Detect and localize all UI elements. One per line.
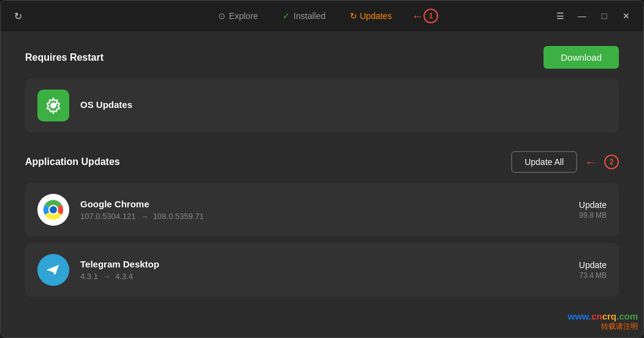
- telegram-update-label: Update: [579, 260, 607, 270]
- tab-updates-label: Updates: [360, 11, 392, 21]
- google-chrome-item: Google Chrome 107.0.5304.121 → 108.0.535…: [25, 183, 619, 237]
- titlebar-tabs: ⊙ Explore ✓ Installed ↻ Updates ← 1: [206, 6, 439, 26]
- application-updates-section: Application Updates Update All ← 2: [25, 151, 619, 297]
- minimize-button[interactable]: —: [572, 6, 592, 26]
- requires-restart-header: Requires Restart Download: [25, 46, 619, 69]
- explore-icon: ⊙: [218, 11, 225, 21]
- telegram-version-from: 4.3.1: [80, 272, 98, 281]
- annotation-circle-1: 1: [423, 9, 438, 23]
- menu-icon: ☰: [556, 11, 564, 21]
- updates-icon: ↻: [350, 11, 357, 21]
- annotation-arrow-1: ←: [411, 9, 423, 23]
- os-update-svg: [44, 96, 63, 115]
- requires-restart-title: Requires Restart: [25, 52, 104, 63]
- close-icon: ✕: [623, 11, 630, 21]
- download-button[interactable]: Download: [544, 46, 619, 69]
- update-all-button[interactable]: Update All: [511, 151, 577, 173]
- refresh-icon: ↻: [14, 10, 22, 22]
- titlebar-right: ☰ — □ ✕: [550, 6, 636, 26]
- maximize-icon: □: [602, 11, 607, 21]
- chrome-icon: [37, 194, 69, 226]
- chrome-version: 107.0.5304.121 → 108.0.5359.71: [80, 212, 568, 221]
- annotation-circle-2: 2: [604, 155, 619, 169]
- chrome-update-label: Update: [579, 200, 607, 210]
- requires-restart-section: Requires Restart Download OS Updates: [25, 46, 619, 133]
- content-area: Requires Restart Download OS Updates: [1, 31, 643, 337]
- version-arrow-2: →: [103, 272, 111, 281]
- refresh-button[interactable]: ↻: [8, 6, 28, 26]
- os-updates-icon: [37, 90, 69, 121]
- application-updates-header: Application Updates Update All ← 2: [25, 151, 619, 173]
- chrome-version-to: 108.0.5359.71: [153, 212, 204, 221]
- titlebar: ↻ ⊙ Explore ✓ Installed ↻ Updates ← 1 ☰: [1, 1, 643, 31]
- update-all-area: Update All ← 2: [511, 151, 619, 173]
- tab-explore[interactable]: ⊙ Explore: [206, 6, 270, 26]
- chrome-info: Google Chrome 107.0.5304.121 → 108.0.535…: [80, 199, 568, 221]
- telegram-action: Update 73.4 MB: [579, 260, 607, 280]
- chrome-name: Google Chrome: [80, 199, 568, 209]
- telegram-info: Telegram Desktop 4.3.1 → 4.3.4: [80, 259, 568, 281]
- chrome-version-from: 107.0.5304.121: [80, 212, 135, 221]
- os-updates-name: OS Updates: [80, 99, 607, 110]
- telegram-svg: [44, 261, 63, 279]
- tab-installed-label: Installed: [294, 11, 325, 21]
- tab-explore-label: Explore: [229, 11, 258, 21]
- maximize-button[interactable]: □: [594, 6, 614, 26]
- telegram-item: Telegram Desktop 4.3.1 → 4.3.4 Update 73…: [25, 243, 619, 297]
- chrome-svg: [37, 194, 69, 226]
- titlebar-left: ↻: [8, 6, 28, 26]
- tab-updates[interactable]: ↻ Updates: [338, 6, 404, 26]
- os-updates-info: OS Updates: [80, 99, 607, 112]
- os-updates-item: OS Updates: [25, 79, 619, 133]
- application-updates-title: Application Updates: [25, 156, 120, 167]
- menu-button[interactable]: ☰: [550, 6, 570, 26]
- app-window: ↻ ⊙ Explore ✓ Installed ↻ Updates ← 1 ☰: [0, 0, 644, 338]
- close-button[interactable]: ✕: [616, 6, 636, 26]
- minimize-icon: —: [578, 11, 586, 21]
- telegram-version-to: 4.3.4: [115, 272, 133, 281]
- telegram-update-size: 73.4 MB: [579, 271, 607, 280]
- telegram-version: 4.3.1 → 4.3.4: [80, 272, 568, 281]
- chrome-action: Update 99.8 MB: [579, 200, 607, 220]
- annotation-arrow-2: ←: [585, 155, 597, 169]
- telegram-name: Telegram Desktop: [80, 259, 568, 269]
- svg-point-3: [50, 206, 57, 213]
- tab-installed[interactable]: ✓ Installed: [270, 6, 338, 26]
- installed-icon: ✓: [282, 11, 290, 21]
- telegram-icon: [37, 254, 69, 286]
- version-arrow-1: →: [140, 212, 148, 221]
- chrome-update-size: 99.8 MB: [579, 211, 607, 220]
